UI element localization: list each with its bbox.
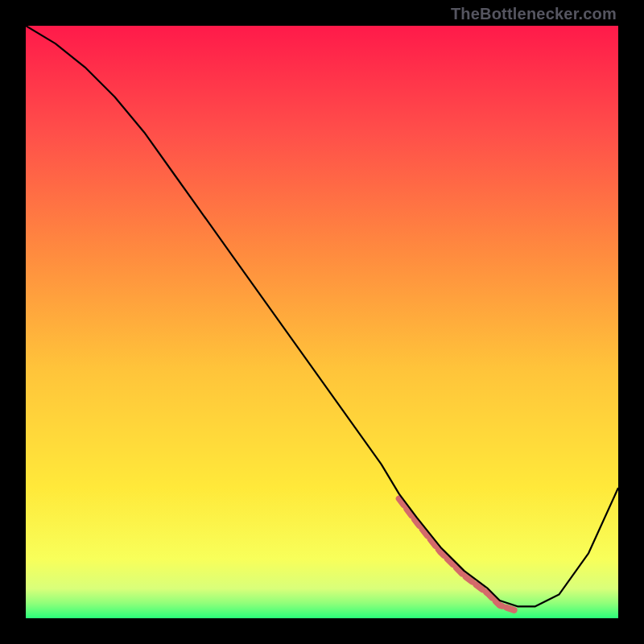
chart-title: TheBottlenecker.com: [451, 5, 617, 23]
plot-area: [26, 26, 618, 618]
bottleneck-curve: [26, 26, 618, 606]
chart-container: TheBottlenecker.com: [0, 0, 644, 644]
plateau-segment: [399, 498, 518, 611]
chart-svg: [26, 26, 618, 618]
